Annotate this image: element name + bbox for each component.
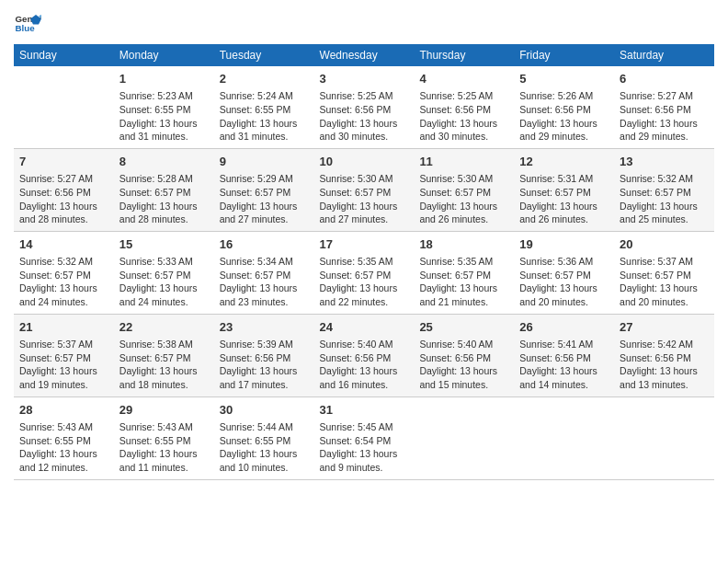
day-number: 15	[119, 236, 209, 253]
day-cell: 14Sunrise: 5:32 AMSunset: 6:57 PMDayligh…	[14, 231, 114, 314]
day-cell: 23Sunrise: 5:39 AMSunset: 6:56 PMDayligh…	[214, 314, 314, 396]
day-cell: 25Sunrise: 5:40 AMSunset: 6:56 PMDayligh…	[414, 314, 514, 396]
day-cell: 2Sunrise: 5:24 AMSunset: 6:55 PMDaylight…	[214, 66, 314, 148]
day-cell: 24Sunrise: 5:40 AMSunset: 6:56 PMDayligh…	[314, 314, 415, 396]
day-number: 17	[320, 236, 409, 253]
day-cell: 6Sunrise: 5:27 AMSunset: 6:56 PMDaylight…	[614, 66, 714, 148]
day-number: 3	[320, 71, 409, 87]
day-cell: 21Sunrise: 5:37 AMSunset: 6:57 PMDayligh…	[14, 314, 114, 396]
day-cell: 16Sunrise: 5:34 AMSunset: 6:57 PMDayligh…	[214, 231, 314, 314]
day-number: 31	[320, 402, 409, 419]
day-info: Sunrise: 5:35 AMSunset: 6:57 PMDaylight:…	[320, 255, 409, 309]
day-number: 14	[19, 236, 108, 253]
day-cell: 7Sunrise: 5:27 AMSunset: 6:56 PMDaylight…	[14, 148, 114, 231]
day-number: 27	[620, 319, 709, 336]
day-number: 12	[519, 154, 609, 170]
day-cell: 28Sunrise: 5:43 AMSunset: 6:55 PMDayligh…	[14, 396, 114, 479]
day-number: 26	[519, 319, 609, 336]
header-cell-tuesday: Tuesday	[214, 44, 314, 66]
day-cell: 20Sunrise: 5:37 AMSunset: 6:57 PMDayligh…	[614, 231, 714, 314]
header-cell-monday: Monday	[114, 44, 214, 66]
day-number: 30	[220, 402, 309, 419]
header-row-days: SundayMondayTuesdayWednesdayThursdayFrid…	[14, 44, 714, 66]
day-info: Sunrise: 5:45 AMSunset: 6:54 PMDaylight:…	[320, 420, 409, 475]
page-container: General Blue SundayMondayTuesdayWednesda…	[0, 0, 728, 489]
day-cell: 27Sunrise: 5:42 AMSunset: 6:56 PMDayligh…	[614, 314, 714, 396]
logo: General Blue	[14, 9, 45, 37]
day-info: Sunrise: 5:30 AMSunset: 6:57 PMDaylight:…	[419, 172, 508, 226]
day-number: 13	[620, 154, 709, 170]
day-cell: 19Sunrise: 5:36 AMSunset: 6:57 PMDayligh…	[514, 231, 614, 314]
day-info: Sunrise: 5:32 AMSunset: 6:57 PMDaylight:…	[620, 172, 709, 226]
day-info: Sunrise: 5:37 AMSunset: 6:57 PMDaylight:…	[19, 338, 108, 392]
day-number: 5	[519, 71, 609, 87]
day-info: Sunrise: 5:31 AMSunset: 6:57 PMDaylight:…	[519, 172, 609, 226]
day-cell	[14, 66, 114, 148]
day-info: Sunrise: 5:41 AMSunset: 6:56 PMDaylight:…	[519, 338, 609, 392]
day-number: 11	[419, 154, 508, 170]
day-number: 25	[419, 319, 508, 336]
day-cell	[414, 396, 514, 479]
day-info: Sunrise: 5:40 AMSunset: 6:56 PMDaylight:…	[320, 338, 409, 392]
day-info: Sunrise: 5:25 AMSunset: 6:56 PMDaylight:…	[419, 89, 508, 144]
day-cell	[614, 396, 714, 479]
day-number: 16	[220, 236, 309, 253]
day-number: 23	[220, 319, 309, 336]
day-info: Sunrise: 5:38 AMSunset: 6:57 PMDaylight:…	[119, 338, 209, 392]
day-cell: 8Sunrise: 5:28 AMSunset: 6:57 PMDaylight…	[114, 148, 214, 231]
day-cell: 30Sunrise: 5:44 AMSunset: 6:55 PMDayligh…	[214, 396, 314, 479]
day-cell: 12Sunrise: 5:31 AMSunset: 6:57 PMDayligh…	[514, 148, 614, 231]
week-row-1: 1Sunrise: 5:23 AMSunset: 6:55 PMDaylight…	[14, 66, 714, 148]
day-info: Sunrise: 5:33 AMSunset: 6:57 PMDaylight:…	[119, 255, 209, 309]
day-info: Sunrise: 5:26 AMSunset: 6:56 PMDaylight:…	[519, 89, 609, 144]
week-row-5: 28Sunrise: 5:43 AMSunset: 6:55 PMDayligh…	[14, 396, 714, 479]
day-number: 18	[419, 236, 508, 253]
week-row-3: 14Sunrise: 5:32 AMSunset: 6:57 PMDayligh…	[14, 231, 714, 314]
header-row: General Blue	[14, 9, 714, 37]
header-cell-thursday: Thursday	[414, 44, 514, 66]
day-cell: 5Sunrise: 5:26 AMSunset: 6:56 PMDaylight…	[514, 66, 614, 148]
day-cell: 9Sunrise: 5:29 AMSunset: 6:57 PMDaylight…	[214, 148, 314, 231]
day-info: Sunrise: 5:34 AMSunset: 6:57 PMDaylight:…	[220, 255, 309, 309]
calendar-body: 1Sunrise: 5:23 AMSunset: 6:55 PMDaylight…	[14, 66, 714, 479]
day-number: 24	[320, 319, 409, 336]
header-cell-wednesday: Wednesday	[314, 44, 415, 66]
day-info: Sunrise: 5:25 AMSunset: 6:56 PMDaylight:…	[320, 89, 409, 144]
day-number: 1	[119, 71, 209, 87]
day-info: Sunrise: 5:42 AMSunset: 6:56 PMDaylight:…	[620, 338, 709, 392]
day-info: Sunrise: 5:29 AMSunset: 6:57 PMDaylight:…	[220, 172, 309, 226]
week-row-4: 21Sunrise: 5:37 AMSunset: 6:57 PMDayligh…	[14, 314, 714, 396]
header-cell-sunday: Sunday	[14, 44, 114, 66]
day-info: Sunrise: 5:43 AMSunset: 6:55 PMDaylight:…	[19, 420, 108, 475]
day-number: 21	[19, 319, 108, 336]
day-info: Sunrise: 5:39 AMSunset: 6:56 PMDaylight:…	[220, 338, 309, 392]
day-info: Sunrise: 5:30 AMSunset: 6:57 PMDaylight:…	[320, 172, 409, 226]
day-number: 20	[620, 236, 709, 253]
day-number: 19	[519, 236, 609, 253]
day-info: Sunrise: 5:27 AMSunset: 6:56 PMDaylight:…	[19, 172, 108, 226]
calendar-header: SundayMondayTuesdayWednesdayThursdayFrid…	[14, 44, 714, 66]
day-cell: 26Sunrise: 5:41 AMSunset: 6:56 PMDayligh…	[514, 314, 614, 396]
header-cell-friday: Friday	[514, 44, 614, 66]
week-row-2: 7Sunrise: 5:27 AMSunset: 6:56 PMDaylight…	[14, 148, 714, 231]
day-cell: 15Sunrise: 5:33 AMSunset: 6:57 PMDayligh…	[114, 231, 214, 314]
day-info: Sunrise: 5:36 AMSunset: 6:57 PMDaylight:…	[519, 255, 609, 309]
day-cell: 4Sunrise: 5:25 AMSunset: 6:56 PMDaylight…	[414, 66, 514, 148]
day-cell: 17Sunrise: 5:35 AMSunset: 6:57 PMDayligh…	[314, 231, 415, 314]
day-number: 9	[220, 154, 309, 170]
day-info: Sunrise: 5:40 AMSunset: 6:56 PMDaylight:…	[419, 338, 508, 392]
day-info: Sunrise: 5:43 AMSunset: 6:55 PMDaylight:…	[119, 420, 209, 475]
day-number: 28	[19, 402, 108, 419]
day-info: Sunrise: 5:32 AMSunset: 6:57 PMDaylight:…	[19, 255, 108, 309]
svg-text:Blue: Blue	[16, 23, 36, 33]
day-number: 8	[119, 154, 209, 170]
day-cell: 31Sunrise: 5:45 AMSunset: 6:54 PMDayligh…	[314, 396, 415, 479]
header-cell-saturday: Saturday	[614, 44, 714, 66]
day-cell: 10Sunrise: 5:30 AMSunset: 6:57 PMDayligh…	[314, 148, 415, 231]
day-number: 4	[419, 71, 508, 87]
calendar-table: SundayMondayTuesdayWednesdayThursdayFrid…	[14, 44, 714, 480]
day-number: 29	[119, 402, 209, 419]
day-info: Sunrise: 5:24 AMSunset: 6:55 PMDaylight:…	[220, 89, 309, 144]
day-info: Sunrise: 5:28 AMSunset: 6:57 PMDaylight:…	[119, 172, 209, 226]
day-cell: 22Sunrise: 5:38 AMSunset: 6:57 PMDayligh…	[114, 314, 214, 396]
